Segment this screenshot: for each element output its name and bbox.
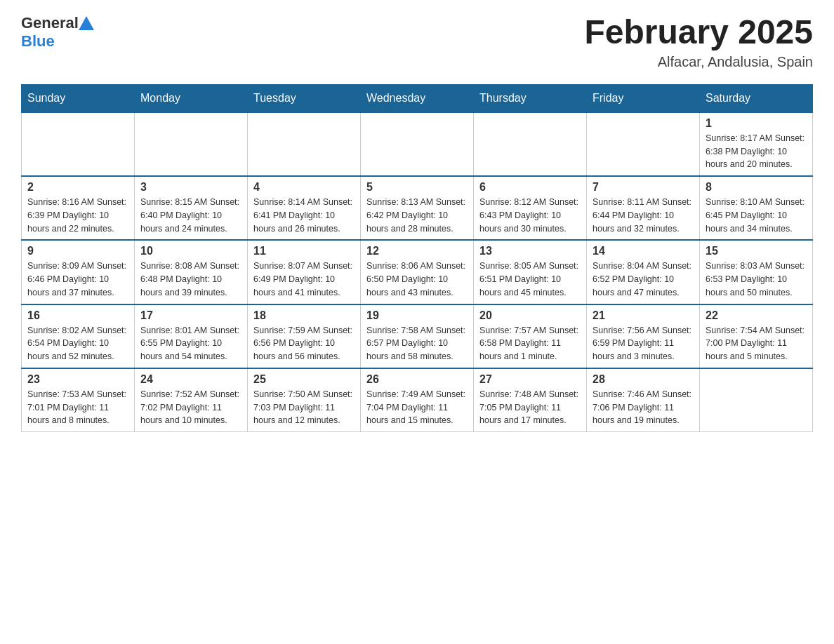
- day-info: Sunrise: 8:07 AM Sunset: 6:49 PM Dayligh…: [253, 260, 355, 299]
- day-info: Sunrise: 7:49 AM Sunset: 7:04 PM Dayligh…: [366, 388, 468, 427]
- header-monday: Monday: [135, 84, 248, 112]
- calendar-cell: [361, 112, 474, 176]
- header-wednesday: Wednesday: [361, 84, 474, 112]
- svg-marker-0: [79, 16, 94, 30]
- day-number: 14: [593, 245, 694, 257]
- day-info: Sunrise: 8:02 AM Sunset: 6:54 PM Dayligh…: [27, 324, 128, 363]
- day-number: 8: [706, 181, 807, 194]
- page-header: General Blue February 2025 Alfacar, Anda…: [21, 14, 813, 70]
- day-number: 23: [27, 373, 128, 386]
- day-info: Sunrise: 7:57 AM Sunset: 6:58 PM Dayligh…: [479, 324, 581, 363]
- day-info: Sunrise: 7:58 AM Sunset: 6:57 PM Dayligh…: [366, 324, 468, 363]
- header-sunday: Sunday: [22, 84, 135, 112]
- day-info: Sunrise: 7:53 AM Sunset: 7:01 PM Dayligh…: [27, 388, 128, 427]
- calendar-subtitle: Alfacar, Andalusia, Spain: [584, 54, 813, 70]
- calendar-cell: 16Sunrise: 8:02 AM Sunset: 6:54 PM Dayli…: [22, 304, 135, 368]
- day-number: 11: [253, 245, 355, 257]
- calendar-cell: [135, 112, 248, 176]
- day-info: Sunrise: 8:09 AM Sunset: 6:46 PM Dayligh…: [27, 260, 128, 299]
- calendar-cell: 11Sunrise: 8:07 AM Sunset: 6:49 PM Dayli…: [248, 240, 361, 304]
- calendar-cell: 27Sunrise: 7:48 AM Sunset: 7:05 PM Dayli…: [474, 368, 587, 432]
- header-friday: Friday: [587, 84, 700, 112]
- day-number: 24: [140, 373, 241, 386]
- calendar-cell: 24Sunrise: 7:52 AM Sunset: 7:02 PM Dayli…: [135, 368, 248, 432]
- day-info: Sunrise: 7:56 AM Sunset: 6:59 PM Dayligh…: [593, 324, 694, 363]
- calendar-cell: 6Sunrise: 8:12 AM Sunset: 6:43 PM Daylig…: [474, 176, 587, 240]
- day-number: 28: [593, 373, 694, 386]
- calendar-week-3: 16Sunrise: 8:02 AM Sunset: 6:54 PM Dayli…: [22, 304, 813, 368]
- calendar-title: February 2025: [584, 14, 813, 51]
- calendar-cell: 7Sunrise: 8:11 AM Sunset: 6:44 PM Daylig…: [587, 176, 700, 240]
- day-number: 20: [479, 309, 581, 322]
- day-info: Sunrise: 8:15 AM Sunset: 6:40 PM Dayligh…: [140, 196, 241, 235]
- header-tuesday: Tuesday: [248, 84, 361, 112]
- logo: General Blue: [21, 14, 94, 51]
- day-number: 19: [366, 309, 468, 322]
- calendar-cell: [700, 368, 813, 432]
- day-number: 21: [593, 309, 694, 322]
- calendar-week-2: 9Sunrise: 8:09 AM Sunset: 6:46 PM Daylig…: [22, 240, 813, 304]
- calendar-cell: [474, 112, 587, 176]
- calendar-table: Sunday Monday Tuesday Wednesday Thursday…: [21, 84, 813, 432]
- day-info: Sunrise: 7:54 AM Sunset: 7:00 PM Dayligh…: [706, 324, 807, 363]
- calendar-cell: 28Sunrise: 7:46 AM Sunset: 7:06 PM Dayli…: [587, 368, 700, 432]
- day-number: 27: [479, 373, 581, 386]
- calendar-cell: 21Sunrise: 7:56 AM Sunset: 6:59 PM Dayli…: [587, 304, 700, 368]
- day-info: Sunrise: 7:46 AM Sunset: 7:06 PM Dayligh…: [593, 388, 694, 427]
- calendar-cell: 9Sunrise: 8:09 AM Sunset: 6:46 PM Daylig…: [22, 240, 135, 304]
- logo-general-text: General: [21, 14, 79, 32]
- calendar-title-area: February 2025 Alfacar, Andalusia, Spain: [584, 14, 813, 70]
- calendar-cell: 14Sunrise: 8:04 AM Sunset: 6:52 PM Dayli…: [587, 240, 700, 304]
- day-info: Sunrise: 8:14 AM Sunset: 6:41 PM Dayligh…: [253, 196, 355, 235]
- day-number: 22: [706, 309, 807, 322]
- logo-triangle-icon: [79, 16, 94, 30]
- day-info: Sunrise: 8:03 AM Sunset: 6:53 PM Dayligh…: [706, 260, 807, 299]
- calendar-cell: [587, 112, 700, 176]
- calendar-week-1: 2Sunrise: 8:16 AM Sunset: 6:39 PM Daylig…: [22, 176, 813, 240]
- day-number: 7: [593, 181, 694, 194]
- calendar-cell: 26Sunrise: 7:49 AM Sunset: 7:04 PM Dayli…: [361, 368, 474, 432]
- calendar-cell: 5Sunrise: 8:13 AM Sunset: 6:42 PM Daylig…: [361, 176, 474, 240]
- day-info: Sunrise: 7:48 AM Sunset: 7:05 PM Dayligh…: [479, 388, 581, 427]
- calendar-cell: 25Sunrise: 7:50 AM Sunset: 7:03 PM Dayli…: [248, 368, 361, 432]
- day-info: Sunrise: 8:04 AM Sunset: 6:52 PM Dayligh…: [593, 260, 694, 299]
- calendar-header-row: Sunday Monday Tuesday Wednesday Thursday…: [22, 84, 813, 112]
- calendar-cell: [248, 112, 361, 176]
- calendar-cell: 10Sunrise: 8:08 AM Sunset: 6:48 PM Dayli…: [135, 240, 248, 304]
- day-number: 26: [366, 373, 468, 386]
- header-saturday: Saturday: [700, 84, 813, 112]
- day-number: 6: [479, 181, 581, 194]
- day-info: Sunrise: 8:12 AM Sunset: 6:43 PM Dayligh…: [479, 196, 581, 235]
- day-number: 25: [253, 373, 355, 386]
- day-number: 1: [706, 117, 807, 130]
- day-number: 10: [140, 245, 241, 257]
- calendar-cell: 23Sunrise: 7:53 AM Sunset: 7:01 PM Dayli…: [22, 368, 135, 432]
- day-number: 12: [366, 245, 468, 257]
- calendar-cell: 1Sunrise: 8:17 AM Sunset: 6:38 PM Daylig…: [700, 112, 813, 176]
- calendar-cell: 3Sunrise: 8:15 AM Sunset: 6:40 PM Daylig…: [135, 176, 248, 240]
- day-info: Sunrise: 8:06 AM Sunset: 6:50 PM Dayligh…: [366, 260, 468, 299]
- day-number: 2: [27, 181, 128, 194]
- day-number: 13: [479, 245, 581, 257]
- calendar-cell: 15Sunrise: 8:03 AM Sunset: 6:53 PM Dayli…: [700, 240, 813, 304]
- day-number: 4: [253, 181, 355, 194]
- calendar-week-4: 23Sunrise: 7:53 AM Sunset: 7:01 PM Dayli…: [22, 368, 813, 432]
- calendar-cell: 20Sunrise: 7:57 AM Sunset: 6:58 PM Dayli…: [474, 304, 587, 368]
- day-info: Sunrise: 7:52 AM Sunset: 7:02 PM Dayligh…: [140, 388, 241, 427]
- day-number: 17: [140, 309, 241, 322]
- calendar-cell: 4Sunrise: 8:14 AM Sunset: 6:41 PM Daylig…: [248, 176, 361, 240]
- day-info: Sunrise: 7:50 AM Sunset: 7:03 PM Dayligh…: [253, 388, 355, 427]
- day-info: Sunrise: 8:17 AM Sunset: 6:38 PM Dayligh…: [706, 132, 807, 171]
- day-info: Sunrise: 8:11 AM Sunset: 6:44 PM Dayligh…: [593, 196, 694, 235]
- day-info: Sunrise: 8:01 AM Sunset: 6:55 PM Dayligh…: [140, 324, 241, 363]
- calendar-cell: 19Sunrise: 7:58 AM Sunset: 6:57 PM Dayli…: [361, 304, 474, 368]
- day-info: Sunrise: 7:59 AM Sunset: 6:56 PM Dayligh…: [253, 324, 355, 363]
- calendar-cell: 12Sunrise: 8:06 AM Sunset: 6:50 PM Dayli…: [361, 240, 474, 304]
- day-info: Sunrise: 8:08 AM Sunset: 6:48 PM Dayligh…: [140, 260, 241, 299]
- day-info: Sunrise: 8:05 AM Sunset: 6:51 PM Dayligh…: [479, 260, 581, 299]
- day-number: 18: [253, 309, 355, 322]
- day-number: 16: [27, 309, 128, 322]
- calendar-cell: 17Sunrise: 8:01 AM Sunset: 6:55 PM Dayli…: [135, 304, 248, 368]
- calendar-cell: 22Sunrise: 7:54 AM Sunset: 7:00 PM Dayli…: [700, 304, 813, 368]
- logo-blue-text: Blue: [21, 32, 55, 50]
